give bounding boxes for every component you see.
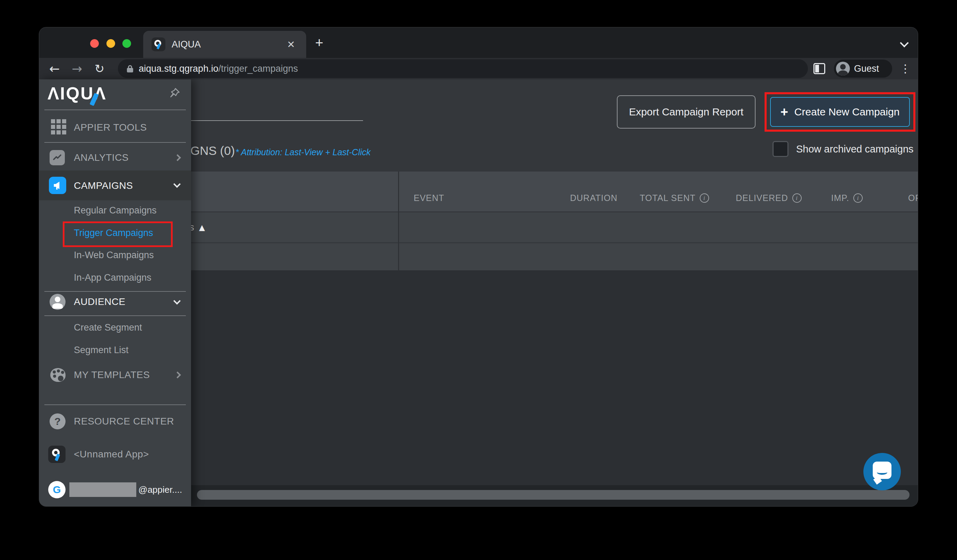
horizontal-scrollbar-thumb[interactable] (197, 490, 910, 500)
sidebar-subitem-label: Segment List (74, 345, 129, 355)
sidebar-item-resource-center[interactable]: ? RESOURCE CENTER (39, 409, 191, 434)
column-header-event[interactable]: EVENT (414, 193, 444, 203)
sidebar-item-label: AUDIENCE (74, 296, 126, 308)
sidebar-item-account[interactable]: G @appier.... (39, 478, 191, 502)
sidebar-subitem-label: In-Web Campaigns (74, 250, 154, 260)
browser-window: AIQUA ✕ + ← → ↻ aiqua.stg.qgraph.io/trig… (39, 27, 918, 506)
sidebar-item-create-segment[interactable]: Create Segment (39, 317, 191, 338)
divider (44, 404, 186, 405)
zoom-window-button[interactable] (122, 39, 131, 48)
table-column-divider (398, 172, 399, 270)
sidebar-item-audience[interactable]: AUDIENCE (39, 290, 191, 314)
tab-strip: AIQUA ✕ + (39, 27, 918, 58)
sidebar-item-app-switcher[interactable]: <Unnamed App> (39, 442, 191, 467)
url-path: /trigger_campaigns (218, 63, 298, 74)
chat-bubble-icon (873, 462, 891, 479)
megaphone-icon (49, 177, 66, 194)
sidebar-item-label: RESOURCE CENTER (74, 416, 174, 427)
minimize-window-button[interactable] (106, 39, 115, 48)
column-header-op[interactable]: OP (908, 193, 918, 203)
sidebar-item-label: APPIER TOOLS (74, 122, 147, 133)
sidebar-item-label: ANALYTICS (74, 152, 129, 163)
forward-button[interactable]: → (68, 58, 86, 79)
divider (44, 315, 186, 316)
sort-ascending-icon[interactable]: ▲ (199, 223, 205, 232)
attribution-note: * Attribution: Last-View + Last-Click (235, 147, 371, 157)
sidebar-logo-row: ΛIQUΛ (39, 79, 191, 109)
desktop-background: AIQUA ✕ + ← → ↻ aiqua.stg.qgraph.io/trig… (0, 0, 957, 560)
url-host: aiqua.stg.qgraph.io (139, 63, 218, 74)
info-icon[interactable]: i (792, 193, 802, 203)
show-archived-checkbox[interactable] (772, 141, 788, 157)
url-text: aiqua.stg.qgraph.io/trigger_campaigns (139, 63, 298, 74)
chevron-down-icon (174, 297, 181, 304)
sidebar-item-regular-campaigns[interactable]: Regular Campaigns (39, 200, 191, 221)
chevron-right-icon (174, 154, 181, 161)
sidebar-item-inapp-campaigns[interactable]: In-App Campaigns (39, 267, 191, 288)
sidebar-item-analytics[interactable]: ANALYTICS (39, 145, 191, 170)
browser-tab[interactable]: AIQUA ✕ (143, 31, 306, 58)
page-title: GNS (0) (190, 144, 235, 158)
column-header-total-sent[interactable]: TOTAL SENT i (640, 193, 709, 203)
sidebar-subitem-label: Regular Campaigns (74, 205, 157, 216)
app-logo-icon (48, 446, 66, 463)
table-group-row-fragment[interactable]: s ▲ (190, 213, 205, 242)
lock-icon (126, 65, 134, 73)
grid-icon (51, 119, 68, 136)
sidebar-item-label: MY TEMPLATES (74, 369, 150, 380)
sidebar-item-label: CAMPAIGNS (74, 180, 133, 191)
sidebar-item-segment-list[interactable]: Segment List (39, 339, 191, 360)
chevron-right-icon (174, 371, 181, 379)
account-email-suffix: @appier.... (138, 484, 182, 495)
chevron-down-icon (174, 181, 181, 188)
close-tab-icon[interactable]: ✕ (287, 31, 295, 58)
column-header-delivered[interactable]: DELIVERED i (736, 193, 802, 203)
divider (44, 142, 186, 143)
address-bar[interactable]: aiqua.stg.qgraph.io/trigger_campaigns (118, 59, 808, 78)
sidebar-subitem-label: In-App Campaigns (74, 272, 152, 283)
sidebar-item-my-templates[interactable]: MY TEMPLATES (39, 363, 191, 387)
profile-label: Guest (854, 63, 879, 74)
analytics-chart-icon (50, 150, 65, 165)
annotation-box-create-campaign: + Create New Campaign (764, 92, 915, 132)
plus-icon: + (780, 107, 788, 117)
new-tab-button[interactable]: + (315, 36, 323, 49)
reload-button[interactable]: ↻ (90, 58, 109, 79)
aiqua-favicon-icon (152, 38, 166, 51)
palette-icon (50, 368, 66, 382)
info-icon[interactable]: i (700, 193, 709, 203)
sidebar-item-campaigns[interactable]: CAMPAIGNS (39, 170, 191, 200)
show-archived-control: Show archived campaigns (772, 141, 914, 157)
create-new-campaign-label: Create New Campaign (794, 106, 899, 118)
side-panel-icon[interactable] (813, 63, 825, 74)
app-name-label: <Unnamed App> (74, 449, 149, 460)
create-new-campaign-button[interactable]: + Create New Campaign (770, 97, 910, 127)
column-header-duration[interactable]: DURATION (570, 193, 617, 203)
annotation-box-trigger-campaigns (63, 221, 173, 247)
info-icon[interactable]: i (853, 193, 863, 203)
chevron-down-icon[interactable] (900, 38, 908, 47)
browser-toolbar: ← → ↻ aiqua.stg.qgraph.io/trigger_campai… (39, 58, 918, 79)
back-button[interactable]: ← (46, 58, 63, 79)
question-mark-icon: ? (50, 413, 66, 429)
show-archived-label: Show archived campaigns (796, 144, 914, 155)
redacted-account-name (69, 483, 136, 497)
column-header-imp[interactable]: IMP. i (831, 193, 863, 203)
browser-menu-icon[interactable]: ⋮ (899, 60, 912, 77)
sidebar-subitem-label: Create Segment (74, 322, 142, 333)
chat-launcher-button[interactable] (863, 453, 901, 491)
divider (44, 109, 186, 110)
profile-avatar-icon (836, 62, 850, 76)
pin-icon[interactable] (168, 87, 181, 99)
profile-button[interactable]: Guest (834, 60, 892, 77)
aiqua-logo: ΛIQUΛ (47, 84, 107, 104)
close-window-button[interactable] (90, 39, 99, 48)
sidebar: ΛIQUΛ APPIER TOOLS (39, 79, 191, 506)
page-content: GNS (0) * Attribution: Last-View + Last-… (39, 79, 918, 506)
sidebar-item-appier-tools[interactable]: APPIER TOOLS (39, 115, 191, 140)
audience-person-icon (50, 294, 66, 310)
sidebar-item-inweb-campaigns[interactable]: In-Web Campaigns (39, 245, 191, 265)
export-campaign-report-button[interactable]: Export Campaign Report (617, 95, 756, 129)
tab-title: AIQUA (172, 39, 201, 50)
account-avatar: G (48, 481, 66, 498)
